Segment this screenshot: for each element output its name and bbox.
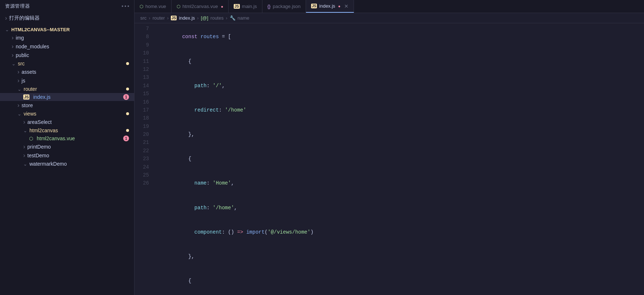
html2canvas-chevron xyxy=(23,128,27,133)
index-js-tab-dot: ● xyxy=(338,4,341,8)
open-editors-label: 打开的编辑器 xyxy=(9,15,40,21)
index-js-close-button[interactable]: ✕ xyxy=(344,3,349,9)
code-line-16: }, xyxy=(158,245,644,269)
areaselect-label: areaSelect xyxy=(27,119,129,125)
open-editors-header[interactable]: 打开的编辑器 xyxy=(0,14,134,23)
tab-html2canvas-vue[interactable]: ⬡ html2canvas.vue ● xyxy=(172,0,229,13)
sidebar-item-node-modules[interactable]: node_modules xyxy=(0,42,134,51)
store-chevron xyxy=(17,102,19,109)
index-js-label: index.js xyxy=(33,94,121,100)
breadcrumb: src › router › JS index.js › [@] routes … xyxy=(134,13,644,23)
js-chevron xyxy=(17,77,19,84)
code-line-12: { xyxy=(158,147,644,171)
assets-label: assets xyxy=(21,69,129,75)
watermarkdemo-label: watermarkDemo xyxy=(29,161,129,167)
printdemo-chevron xyxy=(23,144,25,150)
src-modified-dot xyxy=(126,62,129,65)
code-line-8: { xyxy=(158,49,644,73)
sidebar-item-src[interactable]: src xyxy=(0,60,134,68)
sidebar-item-router[interactable]: router xyxy=(0,85,134,93)
tab-main-js[interactable]: JS main.js xyxy=(229,0,262,13)
html2canvas-folder-label: html2canvas xyxy=(29,128,124,133)
tab-home-vue-label: home.vue xyxy=(145,4,166,9)
sidebar-title: 资源管理器 xyxy=(5,3,30,9)
html2canvas-modified-dot xyxy=(126,129,129,132)
tabs-bar: ⬡ home.vue ⬡ html2canvas.vue ● JS main.j… xyxy=(134,0,644,13)
bc-routes: routes xyxy=(210,15,224,21)
areaselect-chevron xyxy=(23,119,25,125)
code-line-10: redirect: '/home' xyxy=(158,98,644,122)
sidebar-item-html2canvas-folder[interactable]: html2canvas xyxy=(0,126,134,134)
html2canvas-vue-icon: ⬡ xyxy=(29,136,33,141)
bc-routes-icon: [@] xyxy=(201,15,208,21)
sidebar-item-areaselect[interactable]: areaSelect xyxy=(0,118,134,126)
bc-name-icon: 🔧 xyxy=(230,15,236,21)
tab-home-vue[interactable]: ⬡ home.vue xyxy=(134,0,172,13)
main-area: ⬡ home.vue ⬡ html2canvas.vue ● JS main.j… xyxy=(134,0,644,295)
code-line-9: path: '/', xyxy=(158,73,644,98)
src-label: src xyxy=(18,61,124,66)
code-line-13: name: 'Home', xyxy=(158,171,644,195)
project-name: HTML2CANVAS--MASTER xyxy=(11,27,129,32)
public-label: public xyxy=(16,52,129,58)
bc-src: src xyxy=(140,15,146,21)
sidebar-item-img[interactable]: img xyxy=(0,33,134,42)
index-js-icon: JS xyxy=(23,94,29,100)
index-js-tab-icon: JS xyxy=(311,4,317,8)
html2canvas-vue-tab-icon: ⬡ xyxy=(177,4,180,9)
home-vue-icon: ⬡ xyxy=(140,4,143,9)
code-content[interactable]: const routes = [ { path: '/', redirect: … xyxy=(155,23,644,295)
img-label: img xyxy=(16,35,129,41)
sidebar-header-menu[interactable] xyxy=(122,5,129,7)
public-chevron xyxy=(12,52,13,58)
code-line-7: const routes = [ xyxy=(158,25,644,49)
sidebar-item-index-js[interactable]: JS index.js 1 xyxy=(0,93,134,101)
code-line-18: name: 'areaSelect', xyxy=(158,293,644,295)
code-area: 7 8 9 10 11 12 13 14 15 16 17 18 19 20 2… xyxy=(134,23,644,295)
bc-name: name xyxy=(238,15,250,21)
html2canvas-vue-badge: 1 xyxy=(123,136,129,141)
project-root[interactable]: HTML2CANVAS--MASTER xyxy=(0,25,134,33)
sidebar-item-printdemo[interactable]: printDemo xyxy=(0,142,134,151)
code-line-15: component: () => import('@/views/home') xyxy=(158,220,644,244)
router-label: router xyxy=(24,86,124,92)
node-modules-label: node_modules xyxy=(16,44,129,49)
open-editors-chevron xyxy=(5,15,7,21)
bc-js-icon: JS xyxy=(171,16,177,20)
testdemo-label: testDemo xyxy=(27,153,129,158)
project-chevron xyxy=(5,27,9,32)
store-label: store xyxy=(21,102,129,108)
js-label: js xyxy=(21,78,129,84)
router-modified-dot xyxy=(126,88,129,90)
sidebar-item-public[interactable]: public xyxy=(0,51,134,60)
code-line-11: }, xyxy=(158,122,644,147)
sidebar-item-js[interactable]: js xyxy=(0,76,134,85)
sidebar-header: 资源管理器 xyxy=(0,0,134,12)
sidebar-item-testdemo[interactable]: testDemo xyxy=(0,151,134,160)
code-line-14: path: '/home', xyxy=(158,195,644,220)
testdemo-chevron xyxy=(23,152,25,159)
router-chevron xyxy=(17,86,21,92)
sidebar: 资源管理器 打开的编辑器 HTML2CANVAS--MASTER img nod… xyxy=(0,0,134,295)
bc-indexjs: index.js xyxy=(179,15,195,21)
sidebar-item-store[interactable]: store xyxy=(0,101,134,110)
sidebar-item-views[interactable]: views xyxy=(0,110,134,118)
watermarkdemo-chevron xyxy=(23,161,27,167)
src-chevron xyxy=(12,61,16,66)
node-modules-chevron xyxy=(12,43,13,50)
tab-index-js[interactable]: JS index.js ● ✕ xyxy=(306,0,354,13)
code-line-17: { xyxy=(158,269,644,293)
sidebar-item-html2canvas-vue[interactable]: ⬡ html2canvas.vue 1 xyxy=(0,134,134,142)
main-js-icon: JS xyxy=(234,4,240,9)
bc-router: router xyxy=(153,15,165,21)
open-editors-section: 打开的编辑器 xyxy=(0,12,134,24)
file-tree: HTML2CANVAS--MASTER img node_modules pub… xyxy=(0,24,134,169)
tab-package-json[interactable]: {} package.json xyxy=(262,0,306,13)
tab-index-js-label: index.js xyxy=(319,3,335,9)
sidebar-item-watermarkdemo[interactable]: watermarkDemo xyxy=(0,160,134,168)
html2canvas-tab-dot: ● xyxy=(221,4,224,9)
sidebar-item-assets[interactable]: assets xyxy=(0,68,134,76)
html2canvas-vue-label: html2canvas.vue xyxy=(37,136,121,141)
package-json-icon: {} xyxy=(267,4,271,9)
views-chevron xyxy=(17,111,21,117)
